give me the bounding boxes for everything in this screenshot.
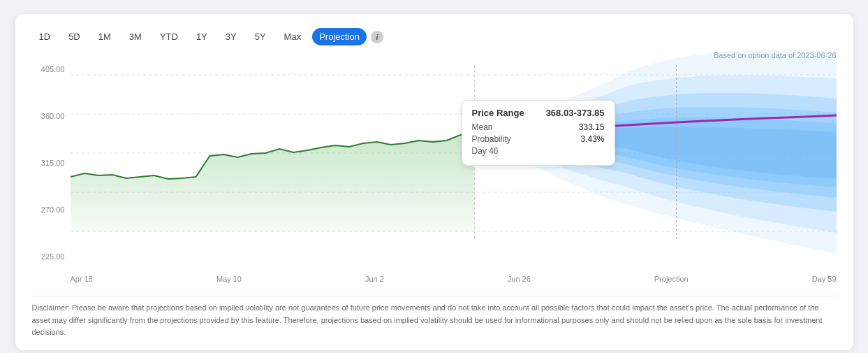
x-label: Jun 26 bbox=[508, 275, 531, 283]
x-label: Day 59 bbox=[812, 275, 837, 283]
y-label: 225.00 bbox=[41, 252, 65, 261]
info-icon[interactable]: i bbox=[371, 31, 383, 43]
y-axis: 405.00360.00315.00270.00225.00 bbox=[32, 65, 71, 261]
time-btn-ytd[interactable]: YTD bbox=[153, 28, 185, 45]
probability-value: 3.43% bbox=[580, 134, 604, 144]
time-btn-3y[interactable]: 3Y bbox=[219, 28, 244, 45]
price-range-value: 368.03-373.85 bbox=[546, 108, 605, 118]
x-label: Jun 2 bbox=[365, 275, 384, 283]
main-card: 1D5D1M3MYTD1Y3Y5YMaxProjectioni Based on… bbox=[15, 14, 853, 350]
probability-label: Probability bbox=[472, 134, 511, 144]
time-btn-3m[interactable]: 3M bbox=[122, 28, 149, 45]
x-label: Projection bbox=[654, 275, 689, 283]
x-axis: Apr 18May 10Jun 2Jun 26ProjectionDay 59 bbox=[71, 275, 837, 283]
time-btn-projection[interactable]: Projection bbox=[312, 28, 367, 45]
price-tooltip: Price Range 368.03-373.85 Mean 333.15 Pr… bbox=[462, 100, 615, 166]
y-label: 270.00 bbox=[41, 206, 65, 214]
mean-label: Mean bbox=[472, 122, 493, 132]
disclaimer-text: Disclaimer: Please be aware that project… bbox=[32, 296, 837, 339]
time-btn-5d[interactable]: 5D bbox=[61, 28, 87, 45]
y-label: 360.00 bbox=[41, 112, 65, 120]
chart-area: Based on option data of 2023-06-26 405.0… bbox=[32, 51, 837, 289]
chart-inner: Price Range 368.03-373.85 Mean 333.15 Pr… bbox=[71, 65, 837, 261]
x-label: May 10 bbox=[216, 275, 242, 283]
time-btn-1y[interactable]: 1Y bbox=[189, 28, 214, 45]
time-period-toolbar: 1D5D1M3MYTD1Y3Y5YMaxProjectioni bbox=[32, 28, 837, 45]
time-btn-max[interactable]: Max bbox=[277, 28, 309, 45]
chart-svg bbox=[71, 65, 837, 261]
day-label: Day 46 bbox=[472, 146, 499, 156]
time-btn-1m[interactable]: 1M bbox=[91, 28, 118, 45]
x-label: Apr 18 bbox=[71, 275, 93, 283]
time-btn-1d[interactable]: 1D bbox=[32, 28, 58, 45]
mean-value: 333.15 bbox=[579, 122, 605, 132]
time-btn-5y[interactable]: 5Y bbox=[248, 28, 273, 45]
price-range-label: Price Range bbox=[472, 108, 524, 118]
y-label: 315.00 bbox=[41, 159, 65, 167]
y-label: 405.00 bbox=[41, 65, 65, 73]
